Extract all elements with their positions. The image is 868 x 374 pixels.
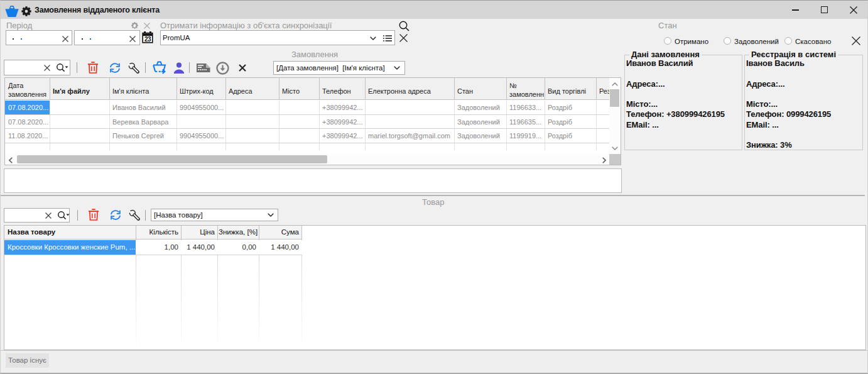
- svg-text:23: 23: [144, 36, 151, 43]
